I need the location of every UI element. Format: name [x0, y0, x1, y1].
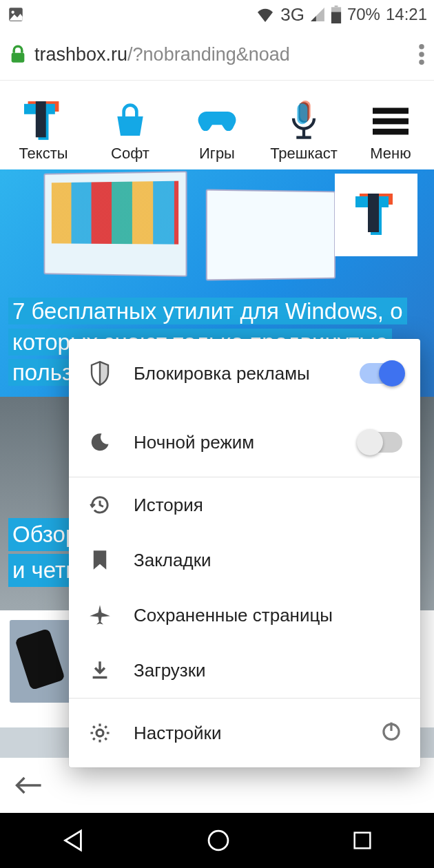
network-type: 3G — [280, 4, 304, 25]
adblock-toggle[interactable] — [360, 363, 402, 384]
more-options-icon[interactable] — [419, 44, 424, 65]
menu-label: Блокировка рекламы — [134, 363, 360, 384]
menu-settings[interactable]: Настройки — [69, 699, 420, 767]
nav-back-icon[interactable] — [60, 827, 86, 854]
battery-icon — [331, 6, 342, 23]
menu-label: Ночной режим — [134, 432, 360, 453]
nav-label: Трешкаст — [270, 145, 338, 163]
hero-decor — [206, 189, 335, 281]
svg-rect-19 — [373, 118, 409, 125]
nav-item-soft[interactable]: Софт — [87, 102, 174, 163]
image-indicator-icon — [7, 6, 25, 23]
nav-item-podcast[interactable]: Трешкаст — [260, 102, 347, 163]
wifi-icon — [256, 7, 275, 22]
address-bar[interactable]: trashbox.ru/?nobranding&noad — [0, 29, 434, 80]
nav-item-games[interactable]: Игры — [174, 102, 260, 163]
nav-home-icon[interactable] — [205, 827, 231, 854]
svg-rect-31 — [355, 833, 371, 849]
mic-icon — [285, 102, 323, 141]
status-bar: 3G 70% 14:21 — [0, 0, 434, 29]
svg-point-30 — [209, 831, 228, 850]
power-icon[interactable] — [380, 720, 402, 747]
texts-icon — [24, 102, 63, 141]
svg-rect-20 — [373, 129, 409, 135]
nav-item-menu[interactable]: Меню — [347, 102, 434, 163]
menu-saved-pages[interactable]: Сохраненные страницы — [69, 588, 420, 643]
gear-icon — [87, 722, 113, 744]
menu-label: Закладки — [134, 550, 402, 571]
svg-rect-15 — [297, 103, 307, 124]
svg-point-1 — [12, 11, 14, 14]
back-arrow-icon[interactable] — [14, 774, 44, 796]
history-icon — [87, 494, 113, 516]
svg-point-26 — [96, 730, 103, 736]
nav-label: Игры — [199, 145, 235, 163]
svg-point-7 — [419, 52, 424, 57]
svg-rect-3 — [335, 6, 338, 7]
moon-icon — [87, 432, 113, 453]
hamburger-icon — [371, 102, 410, 141]
site-nav: Тексты Софт Игры Трешкаст Меню — [0, 80, 434, 169]
bag-icon — [111, 102, 149, 141]
menu-night-mode[interactable]: Ночной режим — [69, 408, 420, 477]
nav-label: Софт — [111, 145, 149, 163]
download-icon — [87, 660, 113, 681]
hero-decor — [43, 171, 187, 277]
lock-icon — [10, 45, 26, 64]
bookmark-icon — [87, 550, 113, 570]
nav-label: Тексты — [19, 145, 68, 163]
menu-label: Сохраненные страницы — [134, 605, 402, 626]
menu-label: История — [134, 495, 402, 516]
clock: 14:21 — [386, 5, 427, 24]
menu-history[interactable]: История — [69, 477, 420, 533]
browser-menu: Блокировка рекламы Ночной режим История … — [69, 339, 420, 767]
battery-percent: 70% — [347, 5, 380, 24]
menu-label: Настройки — [134, 723, 380, 744]
svg-rect-24 — [368, 194, 379, 232]
signal-icon — [310, 7, 325, 22]
nav-label: Меню — [370, 145, 411, 163]
url-text: trashbox.ru/?nobranding&noad — [34, 44, 290, 65]
svg-rect-12 — [36, 101, 46, 137]
svg-rect-4 — [331, 12, 341, 23]
shield-icon — [87, 361, 113, 386]
nav-item-texts[interactable]: Тексты — [0, 102, 87, 163]
svg-rect-5 — [12, 53, 25, 63]
gamepad-icon — [198, 102, 236, 141]
menu-bookmarks[interactable]: Закладки — [69, 533, 420, 588]
logo-badge — [335, 174, 417, 256]
menu-adblock[interactable]: Блокировка рекламы — [69, 339, 420, 408]
menu-label: Загрузки — [134, 660, 402, 681]
night-toggle[interactable] — [360, 432, 402, 453]
nav-recents-icon[interactable] — [351, 829, 374, 852]
system-nav-bar — [0, 813, 434, 868]
svg-rect-18 — [373, 108, 409, 114]
svg-point-8 — [419, 60, 424, 65]
menu-downloads[interactable]: Загрузки — [69, 643, 420, 698]
airplane-icon — [87, 604, 113, 626]
svg-point-6 — [419, 44, 424, 50]
